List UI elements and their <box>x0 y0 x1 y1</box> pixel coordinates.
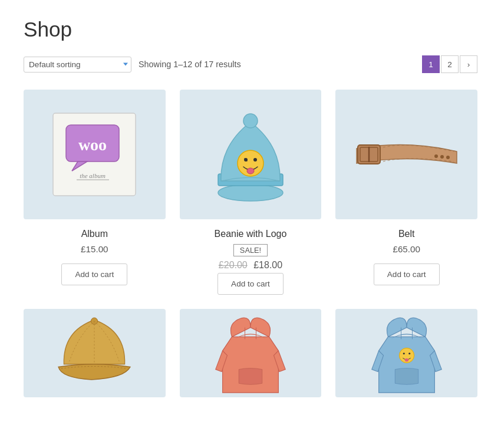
page-btn-2[interactable]: 2 <box>441 55 459 73</box>
sale-badge-beanie: SALE! <box>233 244 268 256</box>
toolbar: Default sorting Sort by popularity Sort … <box>24 55 477 73</box>
product-name-belt: Belt <box>398 229 415 239</box>
svg-point-11 <box>253 158 257 162</box>
product-image-beanie <box>180 90 322 219</box>
product-card-beanie: Beanie with Logo SALE! £20.00 £18.00 Add… <box>180 90 322 295</box>
svg-point-12 <box>247 168 254 174</box>
sort-wrapper: Default sorting Sort by popularity Sort … <box>24 57 131 73</box>
svg-point-6 <box>218 185 283 201</box>
product-card-album: woo the album Album £15.00 Add to cart <box>24 90 166 295</box>
sort-select[interactable]: Default sorting Sort by popularity Sort … <box>24 57 131 73</box>
svg-point-15 <box>440 155 444 159</box>
toolbar-left: Default sorting Sort by popularity Sort … <box>24 57 241 73</box>
page-next-btn[interactable]: › <box>460 55 477 73</box>
sale-info-beanie: SALE! £20.00 £18.00 <box>219 244 282 271</box>
product-card-hoodie-blue <box>335 309 477 407</box>
svg-text:woo: woo <box>78 136 107 154</box>
product-image-belt <box>335 90 477 219</box>
product-card-belt: Belt £65.00 Add to cart <box>335 90 477 295</box>
page-title: Shop <box>24 18 477 41</box>
products-grid: woo the album Album £15.00 Add to cart <box>24 90 477 407</box>
price-row-beanie: £20.00 £18.00 <box>219 260 282 271</box>
product-price-album: £15.00 <box>81 244 108 254</box>
svg-point-25 <box>408 353 410 354</box>
product-image-album: woo the album <box>24 90 166 219</box>
add-to-cart-album[interactable]: Add to cart <box>61 263 127 285</box>
results-text: Showing 1–12 of 17 results <box>139 60 241 69</box>
page-btn-1[interactable]: 1 <box>422 55 440 73</box>
product-image-hoodie-blue <box>335 309 477 397</box>
product-name-album: Album <box>81 229 108 239</box>
svg-point-16 <box>446 156 450 159</box>
svg-text:the    album: the album <box>80 172 106 179</box>
product-image-cap <box>24 309 166 397</box>
original-price-beanie: £20.00 <box>219 260 248 270</box>
svg-point-8 <box>243 114 258 128</box>
add-to-cart-beanie[interactable]: Add to cart <box>217 273 284 295</box>
svg-point-24 <box>403 353 404 354</box>
svg-point-14 <box>434 154 438 158</box>
product-card-cap <box>24 309 166 407</box>
product-card-hoodie-pink <box>180 309 322 407</box>
pagination: 1 2 › <box>422 55 477 73</box>
product-name-beanie: Beanie with Logo <box>215 229 287 239</box>
add-to-cart-belt[interactable]: Add to cart <box>374 263 440 285</box>
product-image-hoodie-pink <box>180 309 322 397</box>
product-price-belt: £65.00 <box>393 244 420 254</box>
sale-price-beanie: £18.00 <box>253 260 282 270</box>
svg-point-26 <box>404 358 408 362</box>
